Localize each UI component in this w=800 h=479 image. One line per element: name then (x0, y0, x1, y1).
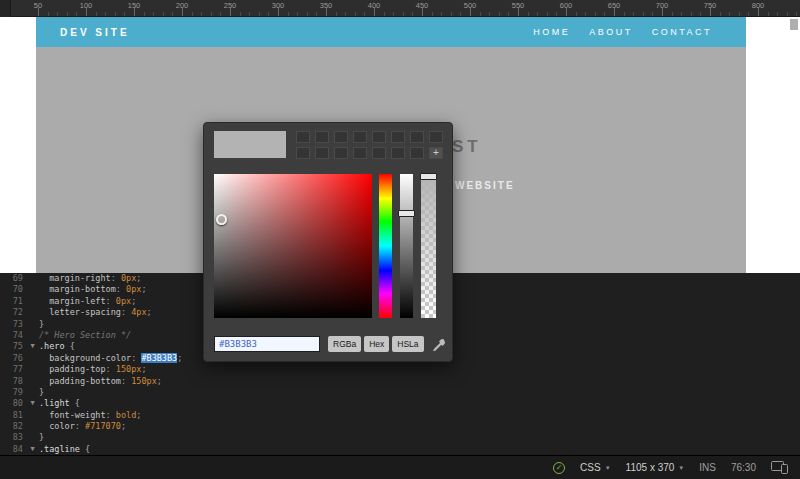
code-text: .hero { (39, 341, 75, 352)
live-preview-icon[interactable] (771, 461, 788, 474)
swatch-slot[interactable] (410, 131, 424, 143)
fold-spacer (26, 387, 39, 398)
swatch-slot[interactable] (372, 147, 386, 159)
swatch-slot[interactable] (391, 147, 405, 159)
format-button-hsla[interactable]: HSLa (392, 336, 423, 352)
swatch-slot[interactable] (315, 131, 329, 143)
saturation-field[interactable] (214, 174, 372, 318)
fold-spacer (26, 307, 39, 318)
swatch-slot[interactable] (296, 147, 310, 159)
editor-line[interactable]: 80▼.light { (0, 398, 800, 409)
nav-item-home[interactable]: HOME (533, 27, 570, 37)
code-text: padding-top: 150px; (39, 364, 147, 375)
ruler-label: 400 (368, 1, 381, 10)
ruler-corner (0, 0, 11, 17)
lightness-slider[interactable] (400, 174, 413, 318)
insert-mode-toggle[interactable]: INS (699, 462, 716, 473)
line-number: 73 (0, 319, 26, 330)
line-number: 69 (0, 273, 26, 284)
line-number: 81 (0, 410, 26, 421)
editor-line[interactable]: 84▼.tagline { (0, 444, 800, 455)
fold-spacer (26, 432, 39, 443)
chevron-down-icon: ▼ (678, 465, 684, 471)
ruler-label: 550 (512, 1, 525, 10)
swatch-slot[interactable] (410, 147, 424, 159)
live-size-dropdown[interactable]: 1105 x 370 ▼ (626, 462, 685, 473)
site-nav: HOMEABOUTCONTACT (533, 27, 712, 37)
chevron-down-icon: ▼ (605, 465, 611, 471)
nav-item-contact[interactable]: CONTACT (652, 27, 712, 37)
code-text: .tagline { (39, 444, 90, 455)
editor-line[interactable]: 83} (0, 432, 800, 443)
swatch-slot[interactable] (334, 131, 348, 143)
fold-spacer (26, 296, 39, 307)
editor-line[interactable]: 78 padding-bottom: 150px; (0, 376, 800, 387)
format-button-rgba[interactable]: RGBa (328, 336, 361, 352)
swatch-slot[interactable] (334, 147, 348, 159)
ruler-label: 500 (464, 1, 477, 10)
add-swatch-button[interactable]: + (429, 147, 443, 159)
line-number: 74 (0, 330, 26, 341)
line-number: 72 (0, 307, 26, 318)
editor-line[interactable]: 77 padding-top: 150px; (0, 364, 800, 375)
hex-input[interactable] (214, 336, 320, 352)
ruler-label: 50 (34, 1, 42, 10)
file-type-dropdown[interactable]: CSS ▼ (580, 462, 611, 473)
hue-slider[interactable] (379, 174, 392, 318)
swatch-slot[interactable] (353, 131, 367, 143)
ruler-label: 450 (416, 1, 429, 10)
swatch-slot[interactable] (296, 131, 310, 143)
format-buttons: RGBaHexHSLa (328, 336, 424, 352)
eyedropper-button[interactable] (430, 337, 446, 353)
current-color-swatch (214, 131, 286, 158)
code-text: margin-bottom: 0px; (39, 284, 147, 295)
ruler-label: 100 (80, 1, 93, 10)
lint-ok-icon[interactable]: ✓ (553, 462, 565, 474)
horizontal-ruler: 5010015020025030035040045050055060065070… (0, 0, 800, 17)
format-button-hex[interactable]: Hex (364, 336, 389, 352)
line-number: 82 (0, 421, 26, 432)
swatch-slot[interactable] (353, 147, 367, 159)
status-bar: ✓ CSS ▼ 1105 x 370 ▼ INS 76:30 (0, 455, 800, 479)
fold-arrow-icon[interactable]: ▼ (26, 444, 39, 455)
ruler-label: 600 (560, 1, 573, 10)
site-header: DEV SITE HOMEABOUTCONTACT (36, 17, 746, 47)
site-brand[interactable]: DEV SITE (60, 27, 130, 38)
code-text: padding-bottom: 150px; (39, 376, 162, 387)
swatch-slot[interactable] (315, 147, 329, 159)
ruler-label: 250 (224, 1, 237, 10)
editor-line[interactable]: 82 color: #717070; (0, 421, 800, 432)
fold-arrow-icon[interactable]: ▼ (26, 398, 39, 409)
ruler-label: 700 (656, 1, 669, 10)
fold-arrow-icon[interactable]: ▼ (26, 341, 39, 352)
preview-scrollbar-thumb[interactable] (790, 19, 798, 30)
ruler-label: 150 (128, 1, 141, 10)
alpha-slider[interactable] (421, 174, 436, 318)
ruler-label: 750 (704, 1, 717, 10)
fold-spacer (26, 364, 39, 375)
alpha-handle[interactable] (420, 173, 437, 180)
file-type-label: CSS (580, 462, 601, 473)
code-text: background-color: #B3B3B3; (39, 353, 182, 364)
editor-line[interactable]: 81 font-weight: bold; (0, 410, 800, 421)
fold-spacer (26, 319, 39, 330)
saturation-cursor[interactable] (216, 214, 227, 225)
hero-heading-fragment: ST (452, 137, 482, 157)
lightness-handle[interactable] (398, 210, 415, 217)
line-number: 75 (0, 341, 26, 352)
code-text: font-weight: bold; (39, 410, 141, 421)
code-text: } (39, 319, 44, 330)
fold-spacer (26, 376, 39, 387)
code-text: } (39, 387, 44, 398)
nav-item-about[interactable]: ABOUT (589, 27, 633, 37)
line-number: 79 (0, 387, 26, 398)
live-size-label: 1105 x 370 (626, 462, 675, 473)
color-picker-dialog: + RGBaHexHSLa (203, 122, 453, 362)
line-number: 71 (0, 296, 26, 307)
swatch-slot[interactable] (391, 131, 405, 143)
editor-line[interactable]: 79} (0, 387, 800, 398)
swatch-slot[interactable] (372, 131, 386, 143)
line-number: 76 (0, 353, 26, 364)
code-text: .light { (39, 398, 80, 409)
swatch-slot[interactable] (429, 131, 443, 143)
